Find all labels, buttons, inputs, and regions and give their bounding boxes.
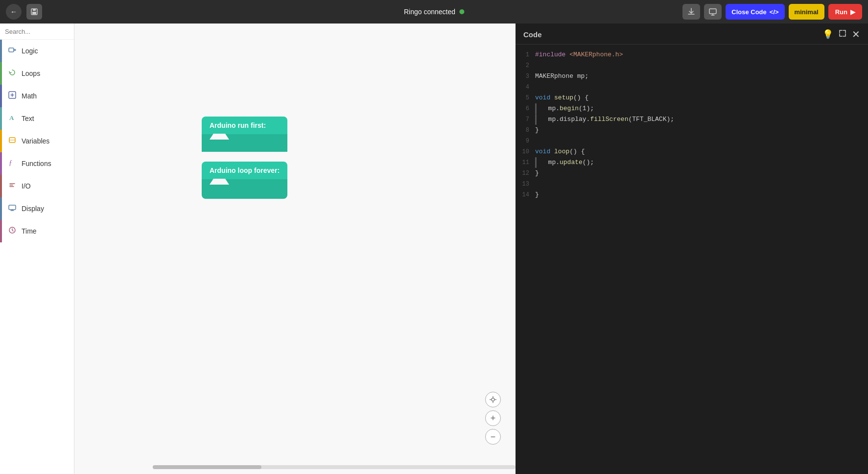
sidebar-item-display[interactable]: Display <box>0 197 74 220</box>
center-button[interactable] <box>485 392 501 407</box>
sidebar-item-text[interactable]: A Text <box>0 107 74 130</box>
sidebar: 🔍 Logic Loops Math A Text <box>0 24 74 474</box>
code-line-3: 3MAKERphone mp; <box>516 71 868 82</box>
zoom-out-icon: − <box>491 432 496 441</box>
line-number: 5 <box>519 93 535 103</box>
io-icon <box>8 181 17 191</box>
sidebar-item-variables[interactable]: Variables <box>0 130 74 152</box>
block-run-first-inner <box>202 134 287 152</box>
back-button[interactable]: ← <box>6 4 22 20</box>
topbar-left: ← <box>6 4 42 20</box>
code-brackets-icon: </> <box>770 8 779 16</box>
code-line-13: 13 <box>516 179 868 190</box>
sidebar-label-variables: Variables <box>22 137 49 145</box>
topbar-right: Close Code </> minimal Run ▶ <box>682 4 862 20</box>
line-number: 12 <box>519 168 535 179</box>
line-number: 10 <box>519 146 535 157</box>
time-icon <box>8 226 17 237</box>
sidebar-label-logic: Logic <box>22 47 38 55</box>
crosshair-icon <box>489 396 497 403</box>
minimal-label: minimal <box>795 8 819 16</box>
arduino-run-first-block[interactable]: Arduino run first: <box>202 117 287 152</box>
code-editor[interactable]: 1#include <MAKERphone.h>23MAKERphone mp;… <box>516 45 868 474</box>
connection-label: Ringo connected <box>404 8 455 16</box>
code-line-5: 5void setup() { <box>516 93 868 103</box>
logic-icon <box>8 46 17 56</box>
connection-dot <box>459 9 464 14</box>
sidebar-item-loops[interactable]: Loops <box>0 62 74 85</box>
line-number: 13 <box>519 179 535 190</box>
code-panel: Code 💡 ✕ 1#include <MAKERphone.h>23MAKER… <box>516 24 868 474</box>
line-bar <box>535 114 537 125</box>
run-label: Run <box>835 8 847 16</box>
sidebar-item-functions[interactable]: ƒ Functions <box>0 152 74 175</box>
zoom-in-button[interactable]: + <box>485 410 501 426</box>
code-line-8: 8} <box>516 125 868 136</box>
code-close-icon[interactable]: ✕ <box>852 28 860 40</box>
main-layout: 🔍 Logic Loops Math A Text <box>0 24 868 474</box>
save-button[interactable] <box>26 4 42 20</box>
variables-icon <box>8 136 17 146</box>
line-content: MAKERphone mp; <box>535 71 588 82</box>
canvas-scrollbar[interactable] <box>153 465 516 469</box>
line-content: mp.display.fillScreen(TFT_BLACK); <box>540 114 674 125</box>
code-line-2: 2 <box>516 60 868 71</box>
code-line-14: 14} <box>516 190 868 200</box>
zoom-out-button[interactable]: − <box>485 429 501 445</box>
run-button[interactable]: Run ▶ <box>828 4 862 20</box>
code-line-7: 7 mp.display.fillScreen(TFT_BLACK); <box>516 114 868 125</box>
canvas-scrollbar-thumb[interactable] <box>153 465 261 469</box>
bulb-icon[interactable]: 💡 <box>822 29 833 40</box>
code-line-11: 11 mp.update(); <box>516 157 868 168</box>
sidebar-label-display: Display <box>22 205 44 213</box>
sidebar-item-io[interactable]: I/O <box>0 175 74 197</box>
line-content: } <box>535 168 539 179</box>
arduino-loop-forever-block[interactable]: Arduino loop forever: <box>202 162 287 199</box>
save-icon <box>30 8 38 16</box>
sidebar-item-math[interactable]: Math <box>0 85 74 107</box>
monitor-button[interactable] <box>704 4 722 20</box>
download-button[interactable] <box>682 4 700 20</box>
svg-text:ƒ: ƒ <box>9 159 12 166</box>
line-number: 11 <box>519 157 535 168</box>
code-panel-header: Code 💡 ✕ <box>516 24 868 45</box>
monitor-icon <box>708 7 717 16</box>
sidebar-label-io: I/O <box>22 182 31 190</box>
search-bar: 🔍 <box>0 24 74 40</box>
line-number: 8 <box>519 125 535 136</box>
sidebar-label-functions: Functions <box>22 160 51 167</box>
loop-forever-text: Arduino loop forever: <box>210 166 280 174</box>
sidebar-label-text: Text <box>22 115 34 122</box>
line-bar <box>535 157 537 168</box>
line-number: 7 <box>519 114 535 125</box>
minimal-button[interactable]: minimal <box>789 4 824 20</box>
code-line-1: 1#include <MAKERphone.h> <box>516 49 868 60</box>
download-icon <box>687 7 696 16</box>
sidebar-label-math: Math <box>22 92 37 100</box>
display-icon <box>8 203 17 214</box>
svg-rect-1 <box>33 9 36 11</box>
svg-rect-3 <box>709 9 716 14</box>
svg-rect-4 <box>9 48 14 52</box>
svg-point-12 <box>492 398 494 401</box>
math-icon <box>8 91 17 101</box>
block-loop-forever-inner <box>202 179 287 199</box>
line-content: } <box>535 125 539 136</box>
loops-icon <box>8 68 17 79</box>
line-content: #include <MAKERphone.h> <box>535 49 623 60</box>
block-loop-forever-label: Arduino loop forever: <box>202 162 287 179</box>
sidebar-item-logic[interactable]: Logic <box>0 40 74 62</box>
svg-text:A: A <box>9 114 14 121</box>
line-number: 14 <box>519 190 535 200</box>
expand-icon[interactable] <box>838 29 847 40</box>
topbar-center: Ringo connected <box>404 8 464 16</box>
code-line-4: 4 <box>516 82 868 93</box>
canvas-area[interactable]: Arduino run first: Arduino loop forever: <box>74 24 516 474</box>
line-number: 3 <box>519 71 535 82</box>
code-line-12: 12} <box>516 168 868 179</box>
topbar: ← Ringo connected Close Code </> <box>0 0 868 24</box>
sidebar-item-time[interactable]: Time <box>0 220 74 242</box>
line-number: 2 <box>519 60 535 71</box>
close-code-button[interactable]: Close Code </> <box>726 4 784 20</box>
line-content: } <box>535 190 539 200</box>
